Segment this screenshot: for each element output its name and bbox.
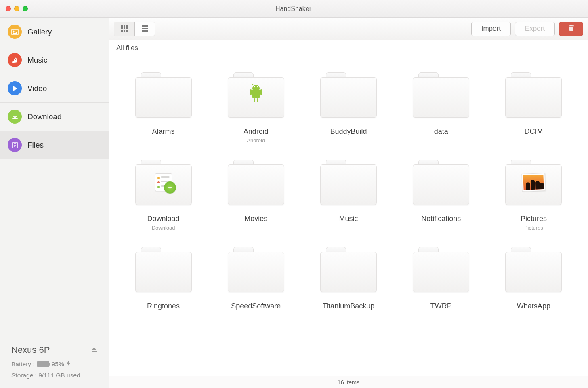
delete-button[interactable] bbox=[559, 22, 583, 36]
status-bar: 16 items bbox=[109, 376, 588, 388]
window-controls bbox=[0, 6, 28, 11]
toolbar: Import Export bbox=[109, 18, 588, 40]
folder-icon bbox=[228, 72, 284, 118]
folder-name: TWRP bbox=[430, 302, 452, 310]
folder-item[interactable]: AndroidAndroid bbox=[210, 72, 302, 143]
svg-rect-22 bbox=[257, 98, 258, 102]
svg-rect-6 bbox=[121, 25, 123, 27]
folder-name: Ringtones bbox=[147, 302, 180, 310]
window-title: HandShaker bbox=[28, 5, 559, 13]
view-mode-segmented bbox=[114, 22, 155, 36]
titlebar: HandShaker bbox=[0, 0, 588, 18]
folder-icon bbox=[505, 160, 562, 205]
import-button[interactable]: Import bbox=[471, 22, 511, 36]
device-name: Nexus 6P bbox=[11, 345, 50, 355]
folder-name: DCIM bbox=[524, 127, 543, 136]
svg-rect-12 bbox=[121, 30, 123, 32]
sidebar-item-label: Download bbox=[27, 112, 62, 121]
svg-point-26 bbox=[257, 86, 258, 88]
file-icon bbox=[8, 138, 22, 152]
eject-icon[interactable] bbox=[91, 346, 97, 354]
folder-item[interactable]: Notifications bbox=[395, 160, 487, 231]
minimize-window-button[interactable] bbox=[14, 6, 19, 11]
svg-rect-10 bbox=[124, 27, 125, 29]
svg-rect-20 bbox=[260, 89, 262, 95]
svg-rect-19 bbox=[250, 89, 252, 95]
folder-icon bbox=[228, 160, 284, 205]
folder-name: data bbox=[434, 127, 448, 136]
breadcrumb: All files bbox=[109, 40, 588, 56]
list-view-button[interactable] bbox=[134, 22, 155, 36]
folder-icon bbox=[228, 247, 284, 292]
folder-icon bbox=[320, 72, 377, 118]
list-icon bbox=[141, 25, 149, 33]
svg-rect-14 bbox=[126, 30, 128, 32]
folder-name: Movies bbox=[244, 215, 267, 223]
svg-rect-16 bbox=[142, 28, 148, 29]
svg-point-1 bbox=[13, 30, 14, 32]
download-icon bbox=[8, 110, 22, 124]
folder-item[interactable]: SpeedSoftware bbox=[210, 247, 302, 318]
folder-item[interactable]: data bbox=[395, 72, 487, 143]
sidebar-item-label: Music bbox=[27, 56, 48, 65]
files-pane: AlarmsAndroidAndroidBuddyBuilddataDCIMDo… bbox=[109, 56, 588, 376]
folder-name: Alarms bbox=[152, 127, 175, 136]
svg-rect-21 bbox=[254, 98, 255, 102]
grid-icon bbox=[121, 25, 128, 33]
battery-label: Battery : bbox=[11, 361, 35, 368]
folder-subtitle: Android bbox=[247, 137, 265, 143]
folder-item[interactable]: DownloadDownload bbox=[117, 160, 210, 231]
folder-icon bbox=[413, 160, 469, 205]
folder-item[interactable]: PicturesPictures bbox=[487, 160, 580, 231]
folder-icon bbox=[135, 160, 192, 205]
folder-name: Notifications bbox=[421, 215, 461, 223]
note-icon bbox=[8, 53, 22, 67]
folder-name: BuddyBuild bbox=[330, 127, 367, 136]
sidebar-item-files[interactable]: Files bbox=[0, 131, 109, 159]
folder-item[interactable]: DCIM bbox=[487, 72, 580, 143]
trash-icon bbox=[568, 24, 575, 33]
folder-icon bbox=[413, 247, 469, 292]
play-icon bbox=[8, 81, 22, 95]
folder-item[interactable]: WhatsApp bbox=[487, 247, 580, 318]
export-button[interactable]: Export bbox=[515, 22, 555, 36]
folder-name: Pictures bbox=[521, 215, 547, 223]
zoom-window-button[interactable] bbox=[23, 6, 28, 11]
folder-name: WhatsApp bbox=[517, 302, 550, 310]
folder-subtitle: Download bbox=[152, 225, 175, 231]
folder-item[interactable]: TitaniumBackup bbox=[302, 247, 395, 318]
svg-line-23 bbox=[252, 84, 253, 85]
grid-view-button[interactable] bbox=[114, 22, 134, 36]
svg-rect-8 bbox=[126, 25, 128, 27]
battery-icon bbox=[37, 361, 49, 367]
svg-rect-18 bbox=[252, 89, 260, 98]
svg-rect-9 bbox=[121, 27, 123, 29]
folder-icon bbox=[135, 247, 192, 292]
sidebar-item-gallery[interactable]: Gallery bbox=[0, 18, 109, 46]
svg-rect-15 bbox=[142, 25, 148, 27]
storage-value: 9/111 GB used bbox=[38, 372, 80, 379]
folder-name: SpeedSoftware bbox=[231, 302, 281, 310]
sidebar-item-video[interactable]: Video bbox=[0, 74, 109, 103]
folder-item[interactable]: TWRP bbox=[395, 247, 487, 318]
folder-icon bbox=[505, 72, 562, 118]
folder-name: Download bbox=[147, 215, 180, 223]
folder-name: Music bbox=[339, 215, 358, 223]
svg-point-25 bbox=[254, 86, 255, 88]
folder-item[interactable]: Music bbox=[302, 160, 395, 231]
folder-icon bbox=[135, 72, 192, 118]
device-panel: Nexus 6P Battery : 95% Storage : 9/111 G… bbox=[0, 337, 109, 388]
folder-name: Android bbox=[244, 127, 269, 136]
close-window-button[interactable] bbox=[6, 6, 11, 11]
folder-item[interactable]: Ringtones bbox=[117, 247, 210, 318]
svg-rect-7 bbox=[124, 25, 125, 27]
battery-percent: 95% bbox=[52, 361, 64, 368]
folder-icon bbox=[320, 247, 377, 292]
sidebar-item-download[interactable]: Download bbox=[0, 103, 109, 131]
folder-icon bbox=[413, 72, 469, 118]
sidebar-item-music[interactable]: Music bbox=[0, 46, 109, 74]
folder-icon bbox=[505, 247, 562, 292]
folder-item[interactable]: Alarms bbox=[117, 72, 210, 143]
folder-item[interactable]: BuddyBuild bbox=[302, 72, 395, 143]
folder-item[interactable]: Movies bbox=[210, 160, 302, 231]
